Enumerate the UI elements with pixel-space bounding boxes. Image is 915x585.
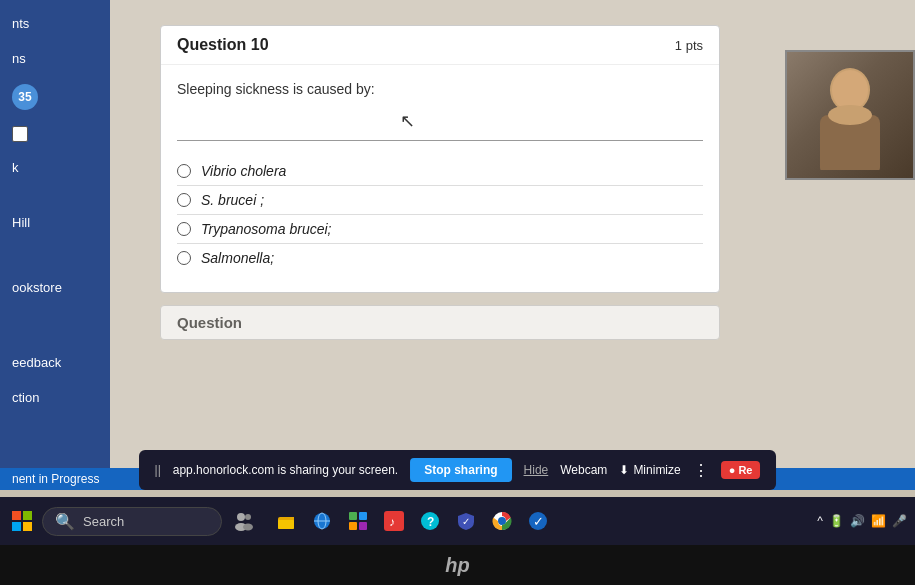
svg-text:?: ? (427, 515, 434, 529)
content-area: Question 10 1 pts Sleeping sickness is c… (110, 0, 915, 490)
svg-point-3 (828, 105, 872, 125)
network-icon: 📶 (871, 514, 886, 528)
svg-rect-15 (349, 522, 357, 530)
radio-a[interactable] (177, 164, 191, 178)
music-app-icon[interactable]: ♪ (378, 505, 410, 537)
svg-point-1 (832, 70, 868, 110)
checkbox-icon (12, 126, 28, 142)
radio-b[interactable] (177, 193, 191, 207)
next-question-partial: Question (160, 305, 720, 340)
question-title: Question 10 (177, 36, 269, 54)
hp-logo-bar: hp (0, 545, 915, 585)
security-shield-icon[interactable]: ✓ (450, 505, 482, 537)
chrome-icon[interactable] (486, 505, 518, 537)
sound-icon: 🔊 (850, 514, 865, 528)
svg-text:✓: ✓ (533, 514, 544, 529)
question-card: Question 10 1 pts Sleeping sickness is c… (160, 25, 720, 293)
windows-start-button[interactable] (8, 507, 36, 535)
badge-35: 35 (12, 84, 38, 110)
sharing-message: app.honorlock.com is sharing your screen… (173, 463, 398, 477)
webcam-label[interactable]: Webcam (560, 463, 607, 477)
svg-point-7 (243, 524, 253, 531)
answer-option-b[interactable]: S. brucei ; (177, 186, 703, 215)
svg-point-4 (237, 513, 245, 521)
option-text-b: S. brucei ; (201, 192, 264, 208)
answer-line (177, 121, 703, 141)
taskbar-search-box[interactable]: 🔍 Search (42, 507, 222, 536)
hide-link[interactable]: Hide (524, 463, 549, 477)
taskbar-icons: ♪ ? ✓ (270, 505, 554, 537)
pipe-icon: || (155, 463, 161, 477)
answer-option-a[interactable]: Vibrio cholera (177, 157, 703, 186)
answer-option-d[interactable]: Salmonella; (177, 244, 703, 272)
answer-option-c[interactable]: Trypanosoma brucei; (177, 215, 703, 244)
svg-text:♪: ♪ (389, 515, 395, 529)
webcam-video (787, 52, 913, 178)
option-text-c: Trypanosoma brucei; (201, 221, 331, 237)
webcam-overlay (785, 50, 915, 180)
people-icon[interactable] (228, 505, 260, 537)
sidebar-item-ction[interactable]: ction (0, 384, 110, 411)
minimize-button[interactable]: ⬇ Minimize (619, 463, 680, 477)
file-explorer-icon[interactable] (270, 505, 302, 537)
svg-text:✓: ✓ (462, 516, 470, 527)
main-area: nts ns 35 k Hill ookstore eedback ction (0, 0, 915, 490)
sidebar-item-bookstore[interactable]: ookstore (0, 274, 110, 301)
sidebar-item-hill[interactable]: Hill (0, 209, 110, 236)
question-points: 1 pts (675, 38, 703, 53)
svg-rect-13 (349, 512, 357, 520)
sidebar: nts ns 35 k Hill ookstore eedback ction (0, 0, 110, 490)
question-body: Sleeping sickness is caused by: ↖ Vibrio… (161, 65, 719, 292)
more-options-button[interactable]: ⋮ (693, 461, 709, 480)
question-header: Question 10 1 pts (161, 26, 719, 65)
svg-point-5 (245, 514, 251, 520)
sidebar-item-feedback[interactable]: eedback (0, 349, 110, 376)
question-text: Sleeping sickness is caused by: (177, 81, 703, 97)
search-icon: 🔍 (55, 512, 75, 531)
search-label: Search (83, 514, 124, 529)
color-app-icon[interactable] (342, 505, 374, 537)
help-icon[interactable]: ? (414, 505, 446, 537)
checkmark-icon[interactable]: ✓ (522, 505, 554, 537)
taskbar: 🔍 Search (0, 497, 915, 545)
svg-rect-14 (359, 512, 367, 520)
download-icon: ⬇ (619, 463, 629, 477)
svg-rect-16 (359, 522, 367, 530)
sharing-bar: || app.honorlock.com is sharing your scr… (139, 450, 777, 490)
radio-c[interactable] (177, 222, 191, 236)
system-tray: ^ 🔋 🔊 📶 🎤 (817, 514, 907, 528)
sidebar-item-nts[interactable]: nts (0, 10, 110, 37)
sidebar-item-ns[interactable]: ns (0, 45, 110, 72)
battery-icon: 🔋 (829, 514, 844, 528)
option-text-d: Salmonella; (201, 250, 274, 266)
tray-caret-icon[interactable]: ^ (817, 514, 823, 528)
hp-logo: hp (445, 554, 469, 577)
option-text-a: Vibrio cholera (201, 163, 286, 179)
microphone-icon: 🎤 (892, 514, 907, 528)
radio-d[interactable] (177, 251, 191, 265)
windows-logo-icon (12, 511, 32, 531)
stop-sharing-button[interactable]: Stop sharing (410, 458, 511, 482)
svg-rect-9 (278, 520, 294, 529)
sidebar-item-k[interactable]: k (0, 154, 110, 181)
browser-icon[interactable] (306, 505, 338, 537)
record-badge: ● Re (721, 461, 761, 479)
svg-point-23 (498, 517, 506, 525)
